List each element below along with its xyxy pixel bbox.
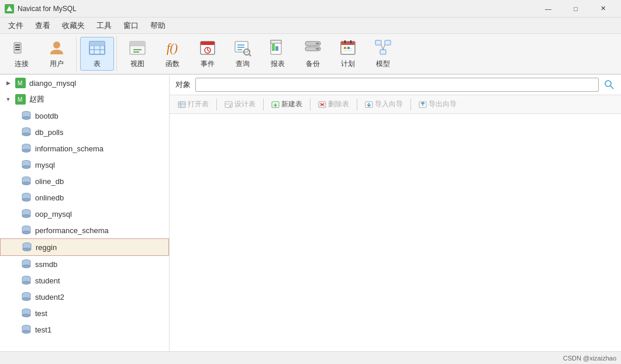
report-button[interactable]: 报表 <box>261 37 295 71</box>
connection-icon-django: M <box>15 78 26 88</box>
new-table-button[interactable]: 新建表 <box>267 98 307 111</box>
search-input[interactable] <box>195 78 599 92</box>
model-button[interactable]: 模型 <box>366 37 400 71</box>
separator4 <box>357 99 357 110</box>
db-label-oline_db: oline_db <box>35 177 64 186</box>
connect-button[interactable]: 连接 <box>5 37 39 71</box>
svg-point-114 <box>22 314 30 317</box>
svg-point-79 <box>22 199 30 202</box>
db-item-db_polls[interactable]: db_polls <box>0 124 169 140</box>
sidebar: ▶ M diango_mysql ▼ M 赵茜 <box>0 75 170 351</box>
cylinder-icon-test <box>21 308 32 318</box>
db-item-reggin[interactable]: reggin <box>0 238 169 256</box>
backup-button[interactable]: 备份 <box>296 37 330 71</box>
user-icon <box>47 39 66 57</box>
main-content: ▶ M diango_mysql ▼ M 赵茜 <box>0 75 621 351</box>
function-button[interactable]: f() 函数 <box>156 37 189 71</box>
svg-line-26 <box>249 54 251 56</box>
export-icon <box>419 100 427 109</box>
db-item-student2[interactable]: student2 <box>0 289 169 305</box>
menu-file[interactable]: 文件 <box>2 18 29 33</box>
function-icon: f() <box>163 39 182 57</box>
svg-line-123 <box>610 86 613 89</box>
cylinder-icon-bootdb <box>21 110 32 121</box>
model-icon <box>374 39 392 57</box>
db-label-onlinedb: onlinedb <box>35 193 64 202</box>
svg-point-104 <box>22 282 30 285</box>
svg-rect-17 <box>201 41 215 45</box>
close-button[interactable]: ✕ <box>590 2 616 15</box>
design-table-button[interactable]: 设计表 <box>220 98 260 111</box>
separator2 <box>263 99 264 110</box>
db-item-student[interactable]: student <box>0 272 169 289</box>
window-title: Navicat for MySQL <box>18 5 77 13</box>
db-item-onlinedb[interactable]: onlinedb <box>0 189 169 206</box>
import-wizard-button[interactable]: 导入向导 <box>360 98 408 111</box>
db-label-student: student <box>35 276 60 285</box>
user-button[interactable]: 用户 <box>40 37 74 71</box>
maximize-button[interactable]: □ <box>563 2 589 15</box>
svg-point-84 <box>22 215 30 218</box>
connect-icon <box>12 39 31 57</box>
svg-rect-43 <box>375 40 381 45</box>
db-item-test1[interactable]: test1 <box>0 321 169 338</box>
db-item-mysql[interactable]: mysql <box>0 157 169 173</box>
minimize-button[interactable]: — <box>535 2 561 15</box>
query-button[interactable]: 查询 <box>226 37 260 71</box>
cylinder-icon-oline_db <box>21 176 32 186</box>
connection-django-mysql[interactable]: ▶ M diango_mysql <box>0 75 169 91</box>
menu-tools[interactable]: 工具 <box>91 18 118 33</box>
status-bar: CSDN @xizaizhao <box>0 351 621 364</box>
svg-rect-36 <box>341 41 355 45</box>
query-icon <box>233 39 252 57</box>
table-icon <box>88 39 106 57</box>
db-item-ssmdb[interactable]: ssmdb <box>0 256 169 272</box>
event-icon <box>198 39 217 57</box>
db-label-reggin: reggin <box>36 243 57 252</box>
menu-favorites[interactable]: 收藏夹 <box>56 18 91 33</box>
plan-button[interactable]: 计划 <box>331 37 365 71</box>
svg-point-74 <box>22 182 30 185</box>
expand-arrow-zhao: ▼ <box>5 96 12 103</box>
db-label-ssmdb: ssmdb <box>35 260 57 269</box>
connection-zhao-qian[interactable]: ▼ M 赵茜 <box>0 91 169 108</box>
cylinder-icon-db_polls <box>21 127 32 137</box>
table-button[interactable]: 表 <box>80 37 114 71</box>
db-label-information_schema: information_schema <box>35 144 104 153</box>
export-wizard-button[interactable]: 导出向导 <box>414 98 461 111</box>
navicat-icon <box>5 4 14 13</box>
cylinder-icon-information_schema <box>21 143 32 154</box>
db-item-performance_schema[interactable]: performance_schema <box>0 222 169 238</box>
toolbar-group-connection: 连接 用户 <box>5 36 77 71</box>
database-list: bootdb db_polls information_schema <box>0 108 169 338</box>
open-table-button[interactable]: 打开表 <box>173 98 213 111</box>
open-table-label: 打开表 <box>188 99 209 109</box>
db-item-information_schema[interactable]: information_schema <box>0 140 169 157</box>
plan-icon <box>339 39 357 57</box>
title-bar: Navicat for MySQL — □ ✕ <box>0 0 621 18</box>
svg-rect-28 <box>272 44 275 51</box>
view-button[interactable]: 视图 <box>120 37 154 71</box>
new-table-icon <box>271 100 280 109</box>
svg-rect-42 <box>347 47 350 49</box>
cylinder-icon-ssmdb <box>21 259 32 269</box>
menu-window[interactable]: 窗口 <box>118 18 144 33</box>
import-wizard-label: 导入向导 <box>375 99 403 109</box>
svg-line-47 <box>383 45 385 50</box>
svg-rect-14 <box>130 41 145 46</box>
svg-point-94 <box>23 248 31 251</box>
cylinder-icon-mysql <box>21 160 32 170</box>
menu-help[interactable]: 帮助 <box>144 18 171 33</box>
separator3 <box>310 99 310 110</box>
db-label-mysql: mysql <box>35 161 55 169</box>
event-button[interactable]: 事件 <box>191 37 225 71</box>
status-text: CSDN @xizaizhao <box>563 355 616 362</box>
db-item-test[interactable]: test <box>0 305 169 321</box>
design-table-icon <box>225 100 233 109</box>
db-item-bootdb[interactable]: bootdb <box>0 108 169 124</box>
menu-view[interactable]: 查看 <box>29 18 56 33</box>
delete-table-button[interactable]: 删除表 <box>313 98 354 111</box>
cylinder-icon-reggin <box>22 242 32 252</box>
db-item-oop_mysql[interactable]: oop_mysql <box>0 206 169 222</box>
db-item-oline_db[interactable]: oline_db <box>0 173 169 189</box>
